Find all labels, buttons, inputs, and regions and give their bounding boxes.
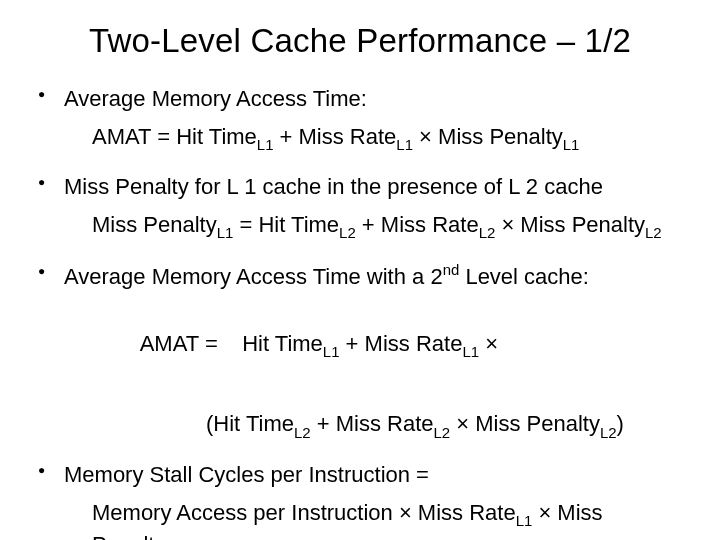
text: (Hit Time [206, 411, 294, 436]
subscript: L2 [339, 224, 356, 241]
subscript: L1 [257, 136, 274, 153]
bullet-2-text: Miss Penalty for L 1 cache in the presen… [64, 172, 684, 202]
text: Average Memory Access Time with a 2 [64, 264, 443, 289]
text: AMAT = Hit Time [92, 124, 257, 149]
bullet-4: Memory Stall Cycles per Instruction = Me… [36, 460, 684, 540]
text: Level cache: [459, 264, 589, 289]
subscript: L1 [462, 343, 479, 360]
formula-3a: AMAT = Hit TimeL1 + Miss RateL1 × [92, 300, 684, 392]
bullet-4-text: Memory Stall Cycles per Instruction = [64, 460, 684, 490]
superscript: nd [443, 261, 460, 278]
text: ) [617, 411, 624, 436]
text: Miss Penalty [92, 212, 217, 237]
slide: Two-Level Cache Performance – 1/2 Averag… [0, 0, 720, 540]
text: × Miss Penalty [450, 411, 600, 436]
bullet-list: Average Memory Access Time: AMAT = Hit T… [36, 84, 684, 540]
subscript: L1 [396, 136, 413, 153]
text: + Miss Rate [340, 331, 463, 356]
bullet-1-text: Average Memory Access Time: [64, 84, 684, 114]
subscript: L2 [434, 424, 451, 441]
text: × Miss Penalty [413, 124, 563, 149]
slide-title: Two-Level Cache Performance – 1/2 [36, 22, 684, 60]
text: × [479, 331, 498, 356]
subscript: L1 [323, 343, 340, 360]
formula-3b: (Hit TimeL2 + Miss RateL2 × Miss Penalty… [206, 409, 684, 442]
subscript: L2 [294, 424, 311, 441]
formula-4: Memory Access per Instruction × Miss Rat… [92, 498, 684, 540]
subscript: L1 [516, 512, 533, 529]
bullet-3: Average Memory Access Time with a 2nd Le… [36, 261, 684, 443]
text: = Hit Time [233, 212, 339, 237]
bullet-2: Miss Penalty for L 1 cache in the presen… [36, 172, 684, 242]
subscript: L2 [600, 424, 617, 441]
subscript: L2 [645, 224, 662, 241]
text: + Miss Rate [356, 212, 479, 237]
text: Memory Access per Instruction × Miss Rat… [92, 500, 516, 525]
subscript: L1 [563, 136, 580, 153]
formula-2: Miss PenaltyL1 = Hit TimeL2 + Miss RateL… [92, 210, 684, 243]
text: + Miss Rate [311, 411, 434, 436]
text: + Miss Rate [273, 124, 396, 149]
bullet-1: Average Memory Access Time: AMAT = Hit T… [36, 84, 684, 154]
bullet-3-text: Average Memory Access Time with a 2nd Le… [64, 261, 684, 292]
subscript: L1 [217, 224, 234, 241]
subscript: L2 [479, 224, 496, 241]
text: × Miss Penalty [495, 212, 645, 237]
formula-1: AMAT = Hit TimeL1 + Miss RateL1 × Miss P… [92, 122, 684, 155]
text: AMAT = Hit Time [140, 331, 323, 356]
